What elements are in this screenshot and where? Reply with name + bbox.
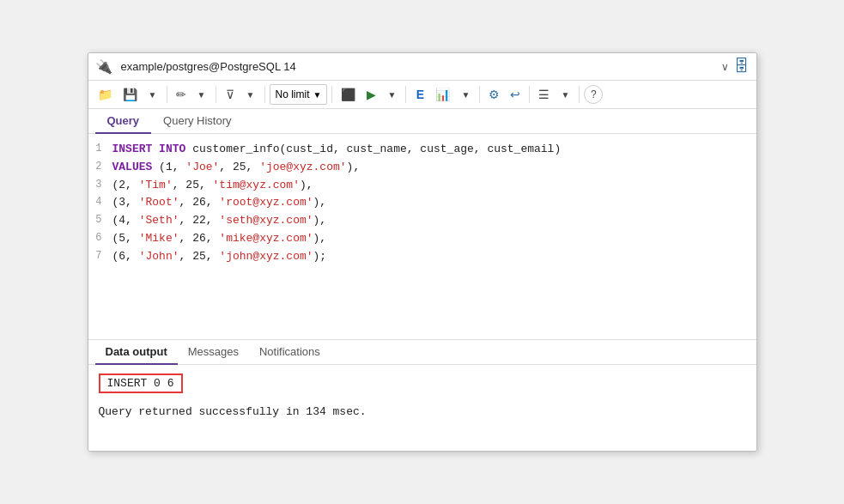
- help-button[interactable]: ?: [584, 85, 603, 104]
- nolimit-label: No limit: [276, 88, 310, 100]
- tab-query[interactable]: Query: [95, 109, 152, 134]
- rollback-button[interactable]: ↩: [506, 84, 525, 105]
- toolbar-sep-5: [405, 86, 406, 103]
- toolbar-sep-1: [167, 86, 167, 103]
- code-line-5: 5 (4, 'Seth', 22, 'seth@xyz.com'),: [88, 212, 756, 230]
- macros-dropdown-button[interactable]: ▼: [556, 84, 574, 105]
- connection-bar: 🔌 example/postgres@PostgreSQL 14 ∨ 🗄: [88, 53, 756, 81]
- save-dropdown-button[interactable]: ▼: [143, 84, 162, 105]
- open-file-button[interactable]: 📁: [94, 84, 117, 105]
- tab-query-history[interactable]: Query History: [151, 109, 243, 134]
- server-icon[interactable]: 🗄: [734, 58, 750, 76]
- tab-notifications[interactable]: Notifications: [249, 340, 331, 365]
- code-line-2: 2 VALUES (1, 'Joe', 25, 'joe@xyz.com'),: [88, 159, 756, 177]
- edit-dropdown-button[interactable]: ▼: [192, 84, 211, 105]
- toolbar-sep-7: [529, 86, 530, 103]
- code-editor[interactable]: 1 INSERT INTO customer_info(cust_id, cus…: [88, 134, 756, 340]
- toolbar-sep-6: [479, 86, 480, 103]
- tab-messages[interactable]: Messages: [178, 340, 249, 365]
- main-window: 🔌 example/postgres@PostgreSQL 14 ∨ 🗄 📁 💾…: [88, 52, 757, 452]
- explain-button[interactable]: E: [410, 84, 429, 105]
- edit-button[interactable]: ✏: [172, 84, 191, 105]
- code-line-3: 3 (2, 'Tim', 25, 'tim@xyz.com'),: [88, 177, 756, 195]
- toolbar-sep-4: [331, 86, 332, 103]
- toolbar-sep-8: [579, 86, 580, 103]
- connection-name: example/postgres@PostgreSQL 14: [118, 58, 716, 75]
- code-line-7: 7 (6, 'John', 25, 'john@xyz.com');: [88, 248, 756, 266]
- result-box: INSERT 0 6: [99, 373, 183, 393]
- macros-button[interactable]: ☰: [534, 84, 554, 105]
- connection-dropdown-btn[interactable]: ∨: [721, 61, 729, 73]
- run-dropdown-button[interactable]: ▼: [382, 84, 401, 105]
- success-message: Query returned successfully in 134 msec.: [99, 405, 746, 418]
- nolimit-arrow: ▼: [313, 90, 322, 100]
- chart-dropdown-button[interactable]: ▼: [456, 84, 475, 105]
- toolbar-sep-2: [216, 86, 216, 103]
- output-tab-bar: Data output Messages Notifications: [88, 340, 756, 365]
- run-button[interactable]: ▶: [361, 84, 380, 105]
- toolbar-sep-3: [264, 86, 265, 103]
- commit-button[interactable]: ⚙: [484, 84, 504, 105]
- code-line-1: 1 INSERT INTO customer_info(cust_id, cus…: [88, 141, 756, 159]
- nolimit-dropdown[interactable]: No limit ▼: [270, 84, 328, 105]
- code-line-6: 6 (5, 'Mike', 26, 'mike@xyz.com'),: [88, 230, 756, 248]
- output-panel: INSERT 0 6 Query returned successfully i…: [88, 365, 756, 451]
- query-tab-bar: Query Query History: [88, 109, 756, 134]
- chart-button[interactable]: 📊: [431, 84, 454, 105]
- connection-icon: 🔌: [95, 58, 112, 75]
- tab-data-output[interactable]: Data output: [95, 340, 178, 365]
- filter-button[interactable]: ⊽: [221, 84, 240, 105]
- toolbar: 📁 💾 ▼ ✏ ▼ ⊽ ▼ No limit ▼ ⬛ ▶ ▼ E 📊 ▼ ⚙ ↩…: [88, 81, 756, 109]
- filter-dropdown-button[interactable]: ▼: [241, 84, 260, 105]
- stop-button[interactable]: ⬛: [337, 84, 360, 105]
- save-button[interactable]: 💾: [118, 84, 142, 105]
- code-line-4: 4 (3, 'Root', 26, 'root@xyz.com'),: [88, 194, 756, 212]
